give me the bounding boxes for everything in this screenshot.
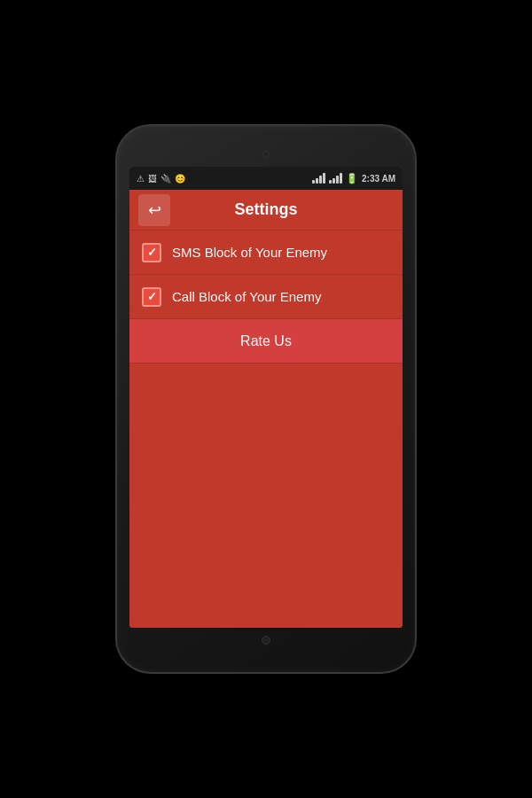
status-bar-left: ⚠ 🖼 🔌 😊 <box>137 174 185 184</box>
signal-bar-5 <box>329 180 332 184</box>
status-bar-right: 🔋 2:33 AM <box>312 173 395 184</box>
signal-bar-4 <box>323 173 325 184</box>
back-button[interactable]: ↩ <box>138 194 170 226</box>
device-bottom-bar <box>129 628 403 653</box>
status-time: 2:33 AM <box>362 174 395 184</box>
signal-bar-6 <box>332 178 335 184</box>
sms-block-checkbox[interactable]: ✓ <box>142 243 161 262</box>
sms-checkbox-check-icon: ✓ <box>147 246 157 259</box>
rate-us-label: Rate Us <box>240 333 292 349</box>
signal-bar-2 <box>316 178 318 184</box>
warning-icon: ⚠ <box>137 174 145 184</box>
home-button[interactable] <box>262 636 270 645</box>
image-icon: 🖼 <box>148 174 157 184</box>
call-block-checkbox[interactable]: ✓ <box>142 287 161 307</box>
call-block-label: Call Block of Your Enemy <box>172 289 321 304</box>
signal-bar-7 <box>336 176 339 184</box>
background-fill <box>129 364 403 628</box>
usb-icon: 🔌 <box>160 174 171 184</box>
battery-icon: 🔋 <box>346 173 358 184</box>
rate-us-button[interactable]: Rate Us <box>129 319 403 364</box>
device-screen: ⚠ 🖼 🔌 😊 🔋 2:33 AM <box>129 167 403 628</box>
back-arrow-icon: ↩ <box>148 200 161 220</box>
device-frame: ⚠ 🖼 🔌 😊 🔋 2:33 AM <box>115 124 417 674</box>
signal-bar-1 <box>312 180 315 184</box>
face-icon: 😊 <box>175 174 185 184</box>
app-header: ↩ Settings <box>129 190 403 231</box>
sms-block-label: SMS Block of Your Enemy <box>172 245 327 260</box>
status-bar: ⚠ 🖼 🔌 😊 🔋 2:33 AM <box>129 167 403 190</box>
call-checkbox-check-icon: ✓ <box>147 290 157 303</box>
call-block-item[interactable]: ✓ Call Block of Your Enemy <box>129 275 403 319</box>
signal-bar-3 <box>319 176 322 184</box>
sms-block-item[interactable]: ✓ SMS Block of Your Enemy <box>129 231 403 275</box>
camera <box>262 151 270 158</box>
device-top-bar <box>129 142 403 167</box>
signal-bar-8 <box>340 173 342 184</box>
signal-bars-2 <box>329 173 342 184</box>
page-title: Settings <box>179 200 353 219</box>
signal-bars <box>312 173 325 184</box>
